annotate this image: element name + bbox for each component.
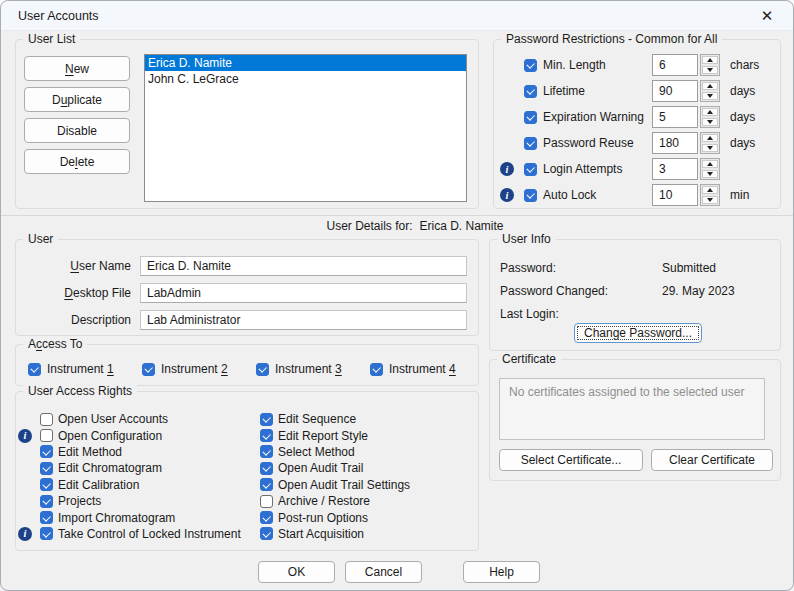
close-button[interactable]: ✕ <box>749 2 785 30</box>
checkbox[interactable] <box>40 495 53 508</box>
checkbox-label[interactable]: Lifetime <box>543 84 652 98</box>
value-input[interactable]: 10 <box>652 184 698 206</box>
checkbox-label[interactable]: Instrument 1 <box>47 362 114 376</box>
checkbox[interactable] <box>40 527 53 540</box>
checkbox-label[interactable]: Archive / Restore <box>278 494 370 508</box>
checkbox-label[interactable]: Take Control of Locked Instrument <box>58 527 241 541</box>
spin-up-button[interactable] <box>702 108 718 116</box>
help-button[interactable]: Help <box>463 561 540 583</box>
checkbox[interactable] <box>524 111 537 124</box>
checkbox-label[interactable]: Instrument 3 <box>275 362 342 376</box>
checkbox[interactable] <box>524 137 537 150</box>
disable-button[interactable]: Disable <box>24 118 130 143</box>
info-icon: i <box>18 527 32 541</box>
spin-up-button[interactable] <box>702 160 718 168</box>
checkbox[interactable] <box>260 527 273 540</box>
checkbox[interactable] <box>260 413 273 426</box>
spin-down-button[interactable] <box>702 118 718 126</box>
checkbox[interactable] <box>260 511 273 524</box>
checkbox-label[interactable]: Import Chromatogram <box>58 511 175 525</box>
checkbox-label[interactable]: Login Attempts <box>543 162 652 176</box>
user-listbox[interactable]: Erica D. Namite John C. LeGrace <box>144 54 467 202</box>
password-restrictions-group-title: Password Restrictions - Common for All <box>501 32 722 47</box>
checkbox-label[interactable]: Auto Lock <box>543 188 652 202</box>
spinner <box>700 54 720 76</box>
checkbox[interactable] <box>260 462 273 475</box>
checkbox[interactable] <box>40 429 53 442</box>
checkbox[interactable] <box>260 445 273 458</box>
access-right-row: i Open User Accounts <box>18 411 258 427</box>
unit-label: days <box>730 136 774 150</box>
checkbox[interactable] <box>260 429 273 442</box>
checkbox-label[interactable]: Open User Accounts <box>58 412 168 426</box>
checkbox-label[interactable]: Open Configuration <box>58 429 162 443</box>
value-input[interactable]: 5 <box>652 106 698 128</box>
checkbox-label[interactable]: Edit Method <box>58 445 122 459</box>
value-input[interactable]: 3 <box>652 158 698 180</box>
up-arrow-icon <box>707 58 713 62</box>
checkbox[interactable] <box>260 495 273 508</box>
user-list-item[interactable]: John C. LeGrace <box>145 71 466 87</box>
spin-down-button[interactable] <box>702 66 718 74</box>
checkbox[interactable] <box>28 363 41 376</box>
checkbox-label[interactable]: Password Reuse <box>543 136 652 150</box>
checkbox-label[interactable]: Edit Chromatogram <box>58 461 162 475</box>
duplicate-button[interactable]: Duplicate <box>24 87 130 112</box>
checkbox-label[interactable]: Edit Sequence <box>278 412 356 426</box>
change-password-button[interactable]: Change Password... <box>574 323 702 343</box>
checkbox-label[interactable]: Edit Calibration <box>58 478 139 492</box>
cancel-button[interactable]: Cancel <box>345 561 422 583</box>
checkbox[interactable] <box>524 189 537 202</box>
spinner <box>700 184 720 206</box>
user-name-field[interactable]: Erica D. Namite <box>140 256 467 276</box>
checkbox[interactable] <box>40 478 53 491</box>
new-button[interactable]: New <box>24 56 130 81</box>
spin-down-button[interactable] <box>702 196 718 204</box>
checkbox[interactable] <box>524 59 537 72</box>
checkbox[interactable] <box>40 462 53 475</box>
spin-up-button[interactable] <box>702 56 718 64</box>
spin-down-button[interactable] <box>702 92 718 100</box>
clear-certificate-button[interactable]: Clear Certificate <box>651 449 773 471</box>
checkbox[interactable] <box>40 511 53 524</box>
delete-button[interactable]: Delete <box>24 149 130 174</box>
checkbox[interactable] <box>524 163 537 176</box>
spin-down-button[interactable] <box>702 170 718 178</box>
checkbox-label[interactable]: Post-run Options <box>278 511 368 525</box>
checkbox[interactable] <box>40 445 53 458</box>
checkbox[interactable] <box>370 363 383 376</box>
checkbox-label[interactable]: Edit Report Style <box>278 429 368 443</box>
description-field[interactable]: Lab Administrator <box>140 310 467 330</box>
section-divider <box>1 215 793 216</box>
checkbox-label[interactable]: Instrument 4 <box>389 362 456 376</box>
checkbox-label[interactable]: Open Audit Trail <box>278 461 363 475</box>
checkbox[interactable] <box>260 478 273 491</box>
checkbox-label[interactable]: Projects <box>58 494 101 508</box>
spin-down-button[interactable] <box>702 144 718 152</box>
spin-up-button[interactable] <box>702 186 718 194</box>
value-input[interactable]: 90 <box>652 80 698 102</box>
spin-up-button[interactable] <box>702 134 718 142</box>
checkbox[interactable] <box>142 363 155 376</box>
checkbox-label[interactable]: Start Acquisition <box>278 527 364 541</box>
spin-up-button[interactable] <box>702 82 718 90</box>
value-input[interactable]: 180 <box>652 132 698 154</box>
checkbox[interactable] <box>256 363 269 376</box>
checkbox-label[interactable]: Expiration Warning <box>543 110 652 124</box>
checkbox[interactable] <box>524 85 537 98</box>
checkbox-label[interactable]: Open Audit Trail Settings <box>278 478 410 492</box>
close-icon: ✕ <box>761 7 774 25</box>
checkbox-label[interactable]: Instrument 2 <box>161 362 228 376</box>
password-changed-label: Password Changed: <box>500 284 662 298</box>
desktop-file-field[interactable]: LabAdmin <box>140 283 467 303</box>
spinner <box>700 106 720 128</box>
select-certificate-button[interactable]: Select Certificate... <box>499 449 643 471</box>
checkbox[interactable] <box>40 413 53 426</box>
ok-button[interactable]: OK <box>258 561 335 583</box>
unit-label: days <box>730 84 774 98</box>
details-header-prefix: User Details for: <box>326 219 412 233</box>
checkbox-label[interactable]: Min. Length <box>543 58 652 72</box>
checkbox-label[interactable]: Select Method <box>278 445 355 459</box>
user-list-item[interactable]: Erica D. Namite <box>145 55 466 71</box>
value-input[interactable]: 6 <box>652 54 698 76</box>
